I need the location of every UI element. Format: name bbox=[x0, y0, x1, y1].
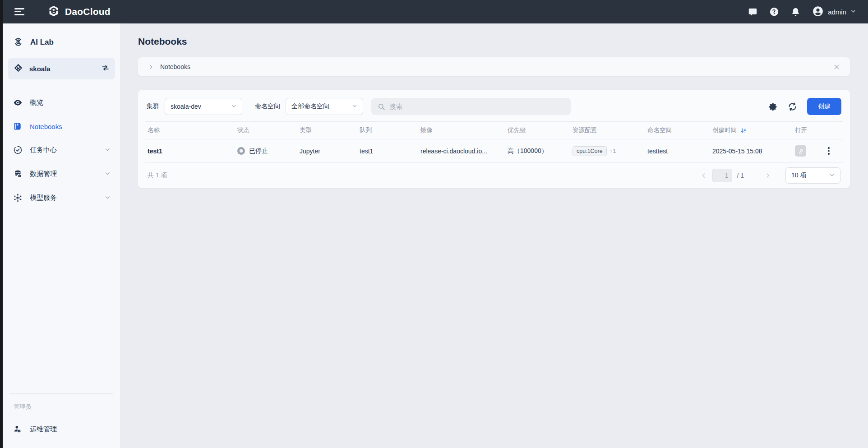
cell-namespace: testtest bbox=[645, 148, 710, 155]
sidebar-item-models[interactable]: 模型服务 bbox=[8, 186, 115, 210]
divider bbox=[10, 393, 113, 394]
sidebar: AI Lab skoala 概览 Not bbox=[3, 23, 121, 448]
sidebar-item-data[interactable]: 数据管理 bbox=[8, 162, 115, 186]
sidebar-section-label: 管理员 bbox=[8, 400, 115, 417]
cell-name[interactable]: test1 bbox=[145, 148, 235, 155]
workspace-icon bbox=[14, 63, 23, 74]
prev-page-icon[interactable] bbox=[700, 171, 708, 180]
hamburger-menu-icon[interactable] bbox=[14, 7, 26, 16]
col-queue[interactable]: 队列 bbox=[357, 126, 418, 134]
search-input[interactable] bbox=[390, 103, 564, 110]
namespace-select[interactable]: 全部命名空间 bbox=[286, 98, 363, 115]
open-external-icon[interactable] bbox=[795, 145, 806, 157]
settings-gear-icon[interactable] bbox=[768, 102, 778, 111]
page-size-select[interactable]: 10 项 bbox=[785, 167, 840, 184]
sidebar-item-overview[interactable]: 概览 bbox=[8, 91, 115, 115]
table-header: 名称 状态 类型 队列 镜像 优先级 资源配置 命名空间 创建时间 bbox=[145, 121, 843, 139]
chevron-down-icon bbox=[105, 194, 111, 202]
col-name[interactable]: 名称 bbox=[145, 126, 235, 134]
chevron-down-icon bbox=[352, 103, 357, 110]
status-stopped-icon bbox=[237, 147, 245, 155]
chat-icon[interactable] bbox=[748, 7, 757, 17]
bell-icon[interactable] bbox=[791, 7, 800, 17]
col-created: 创建时间 bbox=[710, 126, 792, 134]
help-icon[interactable] bbox=[769, 7, 779, 17]
database-icon bbox=[13, 169, 23, 179]
cluster-select-value: skoala-dev bbox=[171, 103, 231, 110]
refresh-icon[interactable] bbox=[788, 102, 797, 111]
workspace-selector[interactable]: skoala bbox=[8, 58, 115, 79]
table-footer: 共 1 项 / 1 10 项 bbox=[145, 163, 843, 188]
col-resources[interactable]: 资源配置 bbox=[570, 126, 645, 134]
col-namespace[interactable]: 命名空间 bbox=[645, 126, 710, 134]
namespace-label: 命名空间 bbox=[255, 102, 280, 111]
create-button[interactable]: 创建 bbox=[807, 98, 841, 115]
sidebar-item-tasks[interactable]: 任务中心 bbox=[8, 138, 115, 162]
cell-created: 2025-05-15 15:08 bbox=[710, 148, 792, 155]
sidebar-item-ops[interactable]: 运维管理 bbox=[8, 417, 115, 441]
next-page-icon[interactable] bbox=[764, 171, 772, 180]
resource-tag: cpu:1Core bbox=[573, 146, 607, 156]
divider bbox=[10, 85, 113, 85]
col-priority[interactable]: 优先级 bbox=[505, 126, 570, 134]
sidebar-item-label: 运维管理 bbox=[30, 425, 57, 434]
brand-name: DaoCloud bbox=[65, 6, 111, 17]
avatar-icon bbox=[812, 5, 824, 18]
total-count: 共 1 项 bbox=[148, 171, 167, 180]
search-box bbox=[371, 98, 571, 115]
product-header: AI Lab bbox=[8, 32, 115, 58]
desktop-edge bbox=[0, 0, 3, 448]
cell-open bbox=[792, 145, 822, 157]
cell-resources: cpu:1Core +1 bbox=[570, 146, 645, 156]
chevron-down-icon bbox=[829, 172, 835, 179]
sidebar-item-label: 任务中心 bbox=[30, 146, 57, 154]
col-open[interactable]: 打开 bbox=[792, 126, 822, 134]
switch-workspace-icon[interactable] bbox=[101, 64, 110, 74]
topbar: DaoCloud admin bbox=[0, 0, 868, 23]
brand[interactable]: DaoCloud bbox=[47, 5, 111, 18]
resource-more[interactable]: +1 bbox=[609, 148, 616, 154]
page-input[interactable] bbox=[712, 169, 732, 182]
table-row[interactable]: test1 已停止 Jupyter test1 release-ci.daocl… bbox=[145, 139, 843, 163]
sidebar-item-label: Notebooks bbox=[30, 123, 62, 130]
user-menu[interactable]: admin bbox=[812, 5, 856, 18]
user-name: admin bbox=[828, 8, 846, 16]
status-badge: 已停止 bbox=[249, 147, 268, 155]
chevron-down-icon bbox=[105, 170, 111, 178]
notebook-icon bbox=[13, 122, 23, 131]
ailab-icon bbox=[13, 36, 24, 49]
breadcrumb[interactable]: Notebooks bbox=[160, 63, 190, 70]
model-service-icon bbox=[13, 193, 23, 203]
cell-queue: test1 bbox=[357, 148, 418, 155]
col-type[interactable]: 类型 bbox=[297, 126, 357, 134]
cluster-label: 集群 bbox=[147, 102, 159, 111]
cell-image: release-ci.daocloud.io... bbox=[418, 148, 505, 155]
notebooks-table: 名称 状态 类型 队列 镜像 优先级 资源配置 命名空间 创建时间 bbox=[145, 121, 843, 163]
chevron-down-icon bbox=[850, 8, 856, 15]
notebooks-panel: 集群 skoala-dev 命名空间 全部命名空间 bbox=[138, 90, 850, 188]
close-icon[interactable] bbox=[833, 64, 840, 70]
chevron-down-icon bbox=[231, 103, 236, 110]
cell-status: 已停止 bbox=[235, 147, 297, 155]
row-menu-kebab-icon[interactable] bbox=[824, 145, 833, 157]
sidebar-item-label: 概览 bbox=[30, 98, 43, 107]
chevron-right-icon[interactable] bbox=[148, 64, 154, 70]
sidebar-item-label: 模型服务 bbox=[30, 194, 57, 202]
col-status[interactable]: 状态 bbox=[235, 126, 297, 134]
chevron-down-icon bbox=[105, 146, 111, 154]
sidebar-item-label: 数据管理 bbox=[30, 170, 57, 178]
col-image[interactable]: 镜像 bbox=[418, 126, 505, 134]
main-content: Notebooks Notebooks 集群 skoala-dev bbox=[121, 23, 868, 448]
ops-admin-icon bbox=[13, 425, 23, 434]
product-name: AI Lab bbox=[30, 38, 54, 47]
page-size-value: 10 项 bbox=[791, 171, 829, 180]
page-total: / 1 bbox=[737, 172, 744, 179]
search-icon bbox=[378, 103, 385, 111]
sidebar-item-notebooks[interactable]: Notebooks bbox=[8, 115, 115, 138]
cell-priority: 高（100000） bbox=[505, 147, 570, 155]
daocloud-logo-icon bbox=[47, 5, 60, 18]
sort-descending-icon[interactable] bbox=[740, 127, 747, 134]
cell-type: Jupyter bbox=[297, 148, 357, 155]
cluster-select[interactable]: skoala-dev bbox=[165, 98, 242, 115]
workspace-name: skoala bbox=[29, 65, 95, 73]
